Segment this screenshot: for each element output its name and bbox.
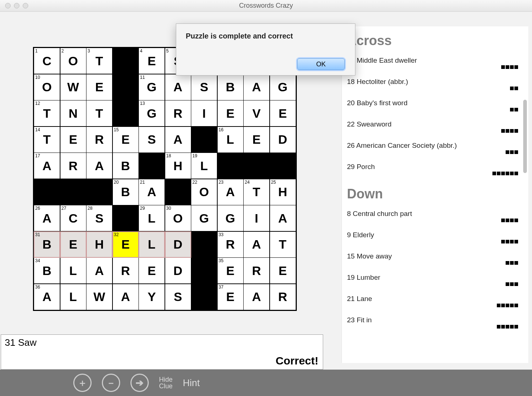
crossword-grid[interactable]: 1C2O3T4E5S6P7A8N9A10OWE11GASBAG12TNT13GR… — [33, 47, 297, 311]
grid-cell[interactable]: S — [139, 127, 165, 153]
clue-item[interactable]: 29 Porch — [347, 156, 516, 177]
grid-cell[interactable]: G — [191, 205, 217, 231]
clue-item[interactable]: 8 Central church part — [347, 203, 516, 224]
grid-cell[interactable]: 25H — [270, 179, 296, 205]
grid-cell[interactable]: E — [139, 258, 165, 283]
grid-cell[interactable]: T — [270, 232, 296, 257]
hint-button[interactable]: Hint — [183, 377, 200, 389]
grid-cell[interactable]: 35E — [218, 258, 243, 283]
grid-cell[interactable]: 18H — [165, 153, 191, 179]
clue-item[interactable]: 15 Move away — [347, 246, 516, 267]
grid-cell[interactable]: 26A — [34, 205, 60, 231]
grid-cell[interactable]: E — [244, 127, 269, 153]
clue-item[interactable]: 18 Hectoliter (abbr.) — [347, 71, 516, 92]
grid-cell[interactable]: 28S — [86, 205, 112, 231]
grid-cell[interactable]: I — [244, 205, 269, 231]
grid-cell[interactable]: S — [191, 74, 217, 100]
clue-item[interactable]: 26 American Cancer Society (abbr.) — [347, 135, 516, 156]
grid-cell[interactable]: 20B — [113, 179, 138, 205]
grid-cell[interactable]: R — [270, 284, 296, 310]
grid-cell[interactable]: D — [270, 127, 296, 153]
grid-cell[interactable]: H — [86, 232, 112, 257]
clue-item[interactable]: 20 Baby's first word — [347, 92, 516, 114]
grid-cell[interactable]: A — [244, 284, 269, 310]
grid-cell[interactable]: 31B — [34, 232, 60, 257]
grid-cell[interactable]: 2O — [60, 48, 86, 74]
grid-cell[interactable]: 37E — [218, 284, 243, 310]
grid-cell[interactable]: 32E — [113, 232, 138, 257]
grid-cell[interactable]: 22O — [191, 179, 217, 205]
grid-cell[interactable]: 34B — [34, 258, 60, 283]
zoom-in-button[interactable]: ＋ — [73, 374, 92, 392]
grid-cell[interactable]: V — [244, 100, 269, 126]
grid-cell[interactable]: D — [165, 258, 191, 283]
grid-cell[interactable]: 23A — [218, 179, 243, 205]
clue-item[interactable]: 22 Swearword — [347, 114, 516, 135]
zoom-out-button[interactable]: － — [102, 374, 120, 392]
grid-cell[interactable]: A — [244, 232, 269, 257]
grid-cell[interactable]: G — [218, 205, 243, 231]
next-button[interactable]: ➔ — [130, 374, 149, 392]
grid-cell[interactable]: 15E — [113, 127, 138, 153]
grid-cell[interactable]: A — [86, 258, 112, 283]
hide-clue-button[interactable]: HideClue — [159, 376, 173, 389]
grid-cell[interactable]: I — [191, 100, 217, 126]
grid-cell[interactable]: S — [165, 284, 191, 310]
clue-item[interactable]: 19 Lumber — [347, 267, 516, 288]
grid-cell[interactable]: 36A — [34, 284, 60, 310]
grid-cell[interactable]: 30O — [165, 205, 191, 231]
grid-cell[interactable]: 13G — [139, 100, 165, 126]
clue-item[interactable]: 23 Fit in — [347, 309, 516, 331]
grid-cell[interactable]: 29L — [139, 205, 165, 231]
grid-cell[interactable]: E — [270, 258, 296, 283]
grid-cell[interactable]: R — [86, 127, 112, 153]
grid-cell[interactable]: W — [60, 74, 86, 100]
grid-cell[interactable]: A — [165, 74, 191, 100]
grid-cell[interactable]: B — [218, 74, 243, 100]
clue-scroll[interactable]: Across 17 Middle East dweller18 Hectolit… — [342, 26, 528, 363]
ok-button[interactable]: OK — [297, 58, 345, 70]
grid-cell[interactable]: B — [113, 153, 138, 179]
clue-item[interactable]: 21 Lane — [347, 288, 516, 309]
grid-cell[interactable]: 17A — [34, 153, 60, 179]
grid-cell[interactable]: A — [270, 205, 296, 231]
grid-cell[interactable]: N — [60, 100, 86, 126]
grid-cell[interactable]: 3T — [86, 48, 112, 74]
grid-cell[interactable]: L — [139, 232, 165, 257]
grid-cell[interactable]: 1C — [34, 48, 60, 74]
grid-cell[interactable]: 14T — [34, 127, 60, 153]
grid-cell[interactable]: G — [270, 74, 296, 100]
grid-cell[interactable]: A — [165, 127, 191, 153]
grid-cell[interactable]: R — [244, 258, 269, 283]
clue-item[interactable]: 17 Middle East dweller — [347, 50, 516, 71]
grid-cell[interactable]: R — [60, 153, 86, 179]
grid-cell[interactable]: L — [60, 284, 86, 310]
grid-cell[interactable]: 24T — [244, 179, 269, 205]
grid-cell[interactable]: E — [270, 100, 296, 126]
grid-cell[interactable]: Y — [139, 284, 165, 310]
grid-cell[interactable]: 10O — [34, 74, 60, 100]
grid-cell[interactable]: A — [86, 153, 112, 179]
grid-cell[interactable]: 12T — [34, 100, 60, 126]
grid-cell[interactable]: 16L — [218, 127, 243, 153]
grid-cell[interactable]: T — [86, 100, 112, 126]
grid-cell[interactable]: L — [60, 258, 86, 283]
grid-cell[interactable]: E — [60, 127, 86, 153]
grid-cell[interactable]: R — [165, 100, 191, 126]
grid-cell[interactable]: 4E — [139, 48, 165, 74]
grid-cell[interactable]: E — [86, 74, 112, 100]
grid-cell[interactable]: E — [60, 232, 86, 257]
grid-cell[interactable]: 27C — [60, 205, 86, 231]
grid-cell[interactable]: 33R — [218, 232, 243, 257]
scrollbar[interactable] — [523, 100, 527, 173]
grid-cell[interactable]: E — [218, 100, 243, 126]
grid-cell[interactable]: A — [244, 74, 269, 100]
grid-cell[interactable]: 19L — [191, 153, 217, 179]
grid-cell[interactable]: W — [86, 284, 112, 310]
grid-cell[interactable]: D — [165, 232, 191, 257]
clue-item[interactable]: 9 Elderly — [347, 224, 516, 246]
grid-cell[interactable]: 11G — [139, 74, 165, 100]
grid-cell[interactable]: A — [113, 284, 138, 310]
grid-cell[interactable]: R — [113, 258, 138, 283]
grid-cell[interactable]: 21A — [139, 179, 165, 205]
